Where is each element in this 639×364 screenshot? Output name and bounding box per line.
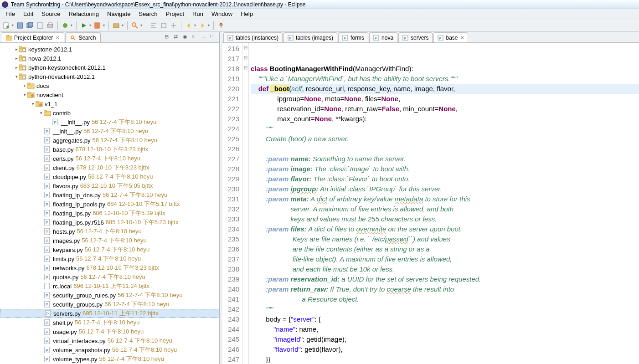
- menu-edit[interactable]: Edit: [20, 10, 37, 18]
- editor-tab[interactable]: Pforms: [338, 32, 368, 42]
- twisty-icon[interactable]: ▸: [22, 83, 27, 88]
- svg-rect-39: [27, 83, 30, 85]
- link-editor-icon[interactable]: ⇄: [174, 34, 180, 40]
- tree-item[interactable]: ▾python-novaclient-2012.1: [0, 72, 219, 81]
- tree-label: python-keystoneclient-2012.1: [28, 64, 106, 71]
- tree-item[interactable]: ▸keystone-2012.1: [0, 45, 219, 54]
- tree-item[interactable]: Pfloating_ip_dns.py 56 12-7-4 下午8:10 hey…: [0, 190, 219, 200]
- menu-window[interactable]: Window: [208, 10, 236, 18]
- twisty-icon[interactable]: ▾: [22, 92, 27, 97]
- focus-icon[interactable]: ◉: [183, 34, 189, 40]
- tree-item[interactable]: ▸docs: [0, 81, 219, 90]
- tree-item[interactable]: P__init__.py 56 12-7-4 下午8:10 heyu: [0, 118, 219, 127]
- tree-item[interactable]: ▸nova-2012.1: [0, 54, 219, 63]
- tree-item[interactable]: Pimages.py 56 12-7-4 下午8:10 heyu: [0, 236, 219, 245]
- twisty-icon[interactable]: ▾: [38, 111, 44, 115]
- tree-item[interactable]: Pshell.py 56 12-7-4 下午8:10 heyu: [0, 318, 219, 327]
- py-icon: P: [44, 210, 51, 216]
- tree-item[interactable]: Pvolume_snapshots.py 56 12-7-4 下午8:10 he…: [0, 345, 219, 354]
- editor-tab[interactable]: Ptables (instances): [223, 32, 283, 42]
- print-icon[interactable]: [46, 22, 54, 29]
- title-bar: Team Synchronizing - C:\Users\beyond\wor…: [0, 0, 639, 9]
- twisty-icon[interactable]: ▸: [14, 56, 19, 61]
- tree-item[interactable]: Pvolume_types.py 56 12-7-4 下午8:10 heyu: [0, 354, 219, 364]
- tree-item[interactable]: Pflavors.py 683 12-10-10 下午5:05 bjttx: [0, 181, 219, 190]
- tree-item[interactable]: Pcerts.py 56 12-7-4 下午8:10 heyu: [0, 154, 219, 163]
- forward-icon[interactable]: [199, 22, 206, 29]
- maximize-icon[interactable]: □: [210, 34, 216, 40]
- tree-item[interactable]: Pkeypairs.py 56 12-7-4 下午8:10 heyu: [0, 245, 219, 254]
- collapse-all-icon[interactable]: ⊟: [165, 34, 171, 40]
- new-pkg-icon[interactable]: [113, 22, 120, 29]
- minimize-icon[interactable]: —: [201, 34, 207, 40]
- close-icon[interactable]: ✕: [56, 35, 59, 40]
- editor-tab[interactable]: Pbase✕: [433, 32, 468, 42]
- tree-item[interactable]: Psecurity_groups.py 56 12-7-4 下午8:10 hey…: [0, 300, 219, 309]
- tree-meta: 56 12-7-4 下午8:10 heyu: [118, 291, 182, 299]
- tree-item[interactable]: ▾novaclient: [0, 90, 219, 99]
- back-icon[interactable]: [185, 22, 192, 29]
- editor-tab[interactable]: Pservers: [398, 32, 433, 42]
- tree-item[interactable]: P__init__.py 56 12-7-4 下午8:10 heyu: [0, 127, 219, 136]
- twisty-icon[interactable]: ▸: [14, 65, 19, 70]
- tab-search[interactable]: Search: [65, 32, 101, 42]
- tree-item[interactable]: Psecurity_group_rules.py 56 12-7-4 下午8:1…: [0, 291, 219, 300]
- tree-label: quotas.py: [53, 274, 78, 281]
- menu-refactoring[interactable]: Refactoring: [65, 10, 103, 18]
- menu-project[interactable]: Project: [162, 10, 188, 18]
- run-icon[interactable]: [80, 22, 88, 29]
- fold-gutter[interactable]: ⊟⊟⊟: [242, 43, 249, 364]
- menu-source[interactable]: Source: [38, 10, 64, 18]
- editor-tab[interactable]: Pnova: [369, 32, 397, 42]
- tree-item[interactable]: Phosts.py 56 12-7-4 下午8:10 heyu: [0, 227, 219, 236]
- tree-item[interactable]: Pnetworks.py 678 12-10-10 下午3:23 bjttx: [0, 263, 219, 272]
- tree-item[interactable]: Paggregates.py 56 12-7-4 下午8:10 heyu: [0, 136, 219, 145]
- svg-rect-30: [19, 56, 22, 57]
- twisty-icon[interactable]: ▾: [14, 74, 19, 79]
- svg-text:P: P: [46, 175, 48, 179]
- tree-item[interactable]: Pfloating_ips.py 686 12-10-10 下午5:39 bjt…: [0, 209, 219, 218]
- tree-item[interactable]: Pusage.py 56 12-7-4 下午8:10 heyu: [0, 327, 219, 336]
- twisty-icon[interactable]: ▸: [14, 47, 19, 51]
- tree-item[interactable]: ▾v1_1: [0, 99, 219, 108]
- code-editor[interactable]: 2162172182192202212222232242252262272282…: [222, 43, 639, 364]
- tree-item[interactable]: Pbase.py 678 12-10-10 下午3:23 bjttx: [0, 145, 219, 154]
- close-icon[interactable]: ✕: [460, 35, 464, 40]
- tree-item[interactable]: Pvirtual_interfaces.py 56 12-7-4 下午8:10 …: [0, 336, 219, 345]
- tab-project-explorer[interactable]: Project Explorer ✕: [1, 32, 64, 42]
- tool-icon[interactable]: [36, 22, 44, 29]
- tree-item[interactable]: Pservers.py 695 12-10-11 上午11:22 bjttx: [0, 309, 219, 318]
- svg-text:P: P: [46, 266, 48, 271]
- menu-navigate[interactable]: Navigate: [103, 10, 134, 18]
- tree-item[interactable]: Pquotas.py 56 12-7-4 下午8:10 heyu: [0, 272, 219, 282]
- view-menu-icon[interactable]: ▿: [192, 34, 198, 40]
- save-icon[interactable]: [16, 22, 24, 29]
- pin-icon[interactable]: [217, 22, 225, 29]
- tree-item[interactable]: ▸python-keystoneclient-2012.1: [0, 63, 219, 72]
- tree-item[interactable]: rc.local 696 12-10-11 上午11:24 bjttx: [0, 282, 219, 291]
- project-tree[interactable]: ▸keystone-2012.1▸nova-2012.1▸python-keys…: [0, 43, 219, 364]
- code-area[interactable]: class BootingManagerWithFind(ManagerWith…: [249, 43, 639, 364]
- twisty-icon[interactable]: ▾: [30, 102, 36, 106]
- menu-run[interactable]: Run: [189, 10, 207, 18]
- tree-item[interactable]: Pcloudpipe.py 56 12-7-4 下午8:10 heyu: [0, 172, 219, 181]
- save-all-icon[interactable]: [26, 22, 34, 29]
- menu-search[interactable]: Search: [135, 10, 161, 18]
- menu-help[interactable]: Help: [237, 10, 257, 18]
- debug-icon[interactable]: [62, 22, 69, 29]
- menu-file[interactable]: File: [2, 10, 19, 18]
- editor-tab[interactable]: Ptables (images): [283, 32, 337, 42]
- tree-item[interactable]: Pfloating_ip_pools.py 684 12-10-10 下午5:1…: [0, 200, 219, 209]
- tool3-icon[interactable]: [170, 22, 177, 29]
- new-icon[interactable]: [3, 22, 10, 29]
- ext-tools-icon[interactable]: [94, 22, 101, 29]
- search-icon[interactable]: [131, 22, 139, 29]
- tree-item[interactable]: ▾contrib: [0, 108, 219, 118]
- tree-item[interactable]: Pfloating_ips.py.r516 685 12-10-10 下午5:2…: [0, 218, 219, 227]
- svg-text:P: P: [46, 166, 48, 170]
- tree-item[interactable]: Plimits.py 56 12-7-4 下午8:10 heyu: [0, 254, 219, 263]
- tool2-icon[interactable]: [160, 22, 167, 29]
- tree-item[interactable]: Pclient.py 678 12-10-10 下午3:23 bjttx: [0, 163, 219, 172]
- toggle-icon[interactable]: [150, 22, 157, 29]
- py-icon: P: [44, 128, 51, 134]
